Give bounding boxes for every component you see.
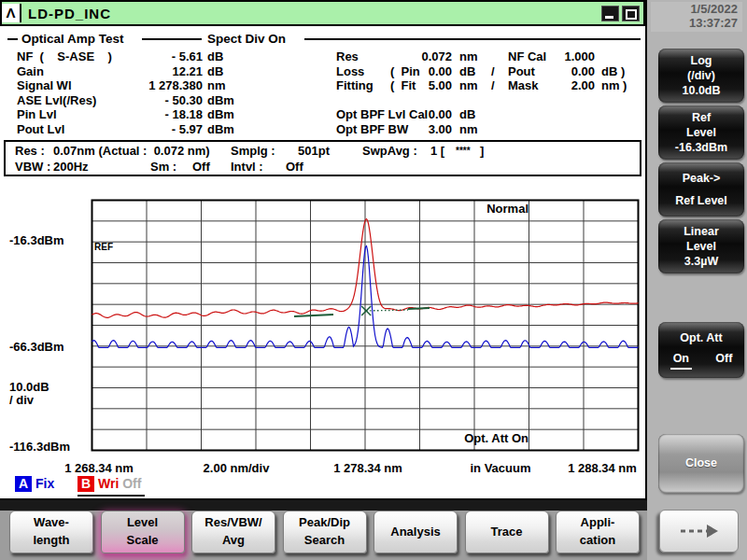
menu-button-line2: Scale bbox=[102, 532, 184, 550]
menu-button-line1: Appli- bbox=[557, 514, 639, 532]
opt-att-status-label: Opt. Att On bbox=[464, 431, 529, 445]
intvl-label: Intvl : bbox=[231, 160, 263, 174]
setting-value2: 0.00 bbox=[543, 64, 595, 78]
datetime-display: 1/5/2022 13:37:27 bbox=[651, 2, 742, 32]
param-value: - 50.30 bbox=[120, 93, 203, 107]
menu-button-line2: Search bbox=[284, 532, 366, 550]
maximize-icon bbox=[626, 9, 637, 20]
menu-button-appli[interactable]: Appli-cation bbox=[556, 511, 640, 553]
param-label: Gain bbox=[17, 64, 44, 78]
param-label: Signal Wl bbox=[17, 78, 72, 92]
swpavg-label: SwpAvg : bbox=[362, 144, 417, 158]
smplg-value: 501pt bbox=[298, 144, 330, 158]
param-unit: dBm bbox=[207, 107, 234, 121]
param-row: Signal Wl1 278.380nm bbox=[17, 78, 278, 92]
softkey-line: Level bbox=[658, 239, 744, 254]
menu-button-level[interactable]: LevelScale bbox=[101, 511, 185, 553]
trace-b-key: B bbox=[78, 476, 94, 492]
y-scale-unit: / div bbox=[9, 393, 34, 407]
time-text: 13:37:27 bbox=[651, 16, 738, 30]
softkey-line: -16.3dBm bbox=[658, 140, 744, 155]
trace-b-status: BWri Off bbox=[78, 476, 145, 497]
trace-b-mode: Wri bbox=[98, 476, 119, 491]
trace-b-extra: Off bbox=[122, 476, 141, 491]
test-mode-label: Optical Amp Test bbox=[21, 32, 124, 46]
maximize-button[interactable] bbox=[622, 6, 640, 21]
softkey-linear-level[interactable]: Linear Level 3.3µW bbox=[658, 219, 744, 273]
softkey-ref-level[interactable]: Ref Level -16.3dBm bbox=[658, 105, 744, 160]
spect-div-label: Spect Div On bbox=[207, 32, 286, 46]
menu-button-peakdip[interactable]: Peak/DipSearch bbox=[283, 511, 367, 553]
menu-button-line2: Avg bbox=[192, 532, 275, 550]
softkey-close[interactable]: Close bbox=[658, 434, 744, 493]
intvl-value: Off bbox=[286, 160, 303, 174]
menu-button-line2: length bbox=[10, 532, 92, 550]
setting-row: Fitting( Fit5.00nm/Mask2.00nm ) bbox=[336, 78, 644, 92]
softkey-line: Linear bbox=[658, 224, 744, 239]
menu-button-wave[interactable]: Wave-length bbox=[9, 511, 93, 553]
minimize-icon bbox=[605, 16, 613, 19]
softkey-line: Level bbox=[658, 125, 744, 140]
setting-value: 0.00 bbox=[396, 64, 452, 78]
param-label: NF ( S-ASE ) bbox=[17, 49, 112, 63]
param-value: - 5.61 bbox=[120, 49, 203, 63]
y-scale-label: 10.0dB bbox=[9, 380, 49, 394]
trace-a-key: A bbox=[15, 476, 32, 492]
setting-unit: nm bbox=[459, 78, 478, 92]
setting-row: Loss( Pin0.00dB/Pout0.00dB ) bbox=[336, 64, 644, 78]
smplg-label: Smplg : bbox=[231, 144, 275, 158]
param-unit: dBm bbox=[207, 122, 234, 136]
menu-button-line1: Level bbox=[102, 514, 184, 532]
date-text: 1/5/2022 bbox=[651, 2, 738, 16]
setting-value2: 1.000 bbox=[543, 49, 595, 63]
opt-att-off[interactable]: Off bbox=[715, 351, 732, 370]
display-screen: Λ LD-PD_INC Optical Amp Test Spect Div O… bbox=[0, 0, 647, 500]
setting-value2: 2.00 bbox=[543, 78, 595, 92]
y-mid-label: -66.3dBm bbox=[9, 340, 64, 354]
swpavg-stars: **** bbox=[456, 146, 471, 156]
header-rule bbox=[304, 38, 641, 40]
menu-button-resvbw[interactable]: Res/VBW/Avg bbox=[191, 511, 275, 553]
setting-label2: Pout bbox=[508, 64, 535, 78]
softkey-opt-att[interactable]: Opt. Att On Off bbox=[658, 322, 744, 378]
minimize-button[interactable] bbox=[601, 6, 619, 21]
trace-a-mode: Fix bbox=[35, 476, 54, 491]
param-value: - 18.18 bbox=[120, 107, 203, 121]
param-row: Pout Lvl- 5.97dBm bbox=[17, 122, 278, 136]
dashed-arrow-icon bbox=[679, 523, 720, 539]
menu-button-trace[interactable]: Trace bbox=[465, 511, 549, 553]
softkey-line: Ref bbox=[658, 110, 744, 125]
softkey-line: (/div) bbox=[658, 68, 744, 83]
x-start-label: 1 268.34 nm bbox=[64, 461, 134, 475]
menu-button-line1: Analysis bbox=[374, 524, 457, 541]
setting-separator: / bbox=[491, 78, 495, 92]
setting-row: Opt BPF BW3.00nm bbox=[336, 122, 644, 136]
setting-row: Res0.072nmNF Cal1.000 bbox=[336, 49, 644, 63]
setting-separator: / bbox=[491, 64, 495, 78]
header-rule bbox=[7, 38, 18, 40]
softkey-line: 3.3µW bbox=[658, 254, 744, 269]
setting-label: Fitting bbox=[336, 78, 374, 92]
menu-button-line1: Peak/Dip bbox=[284, 514, 366, 532]
menu-bar-shadow bbox=[0, 500, 647, 511]
sweep-mode-label: Normal bbox=[486, 202, 529, 216]
opt-att-on[interactable]: On bbox=[670, 351, 692, 370]
title-bar: Λ LD-PD_INC bbox=[0, 0, 645, 26]
setting-value: 5.00 bbox=[396, 78, 452, 92]
setting-unit: dB bbox=[459, 64, 475, 78]
param-unit: dB bbox=[207, 64, 223, 78]
setting-label2: NF Cal bbox=[508, 49, 546, 63]
setting-value: 3.00 bbox=[396, 122, 452, 136]
param-label: Pout Lvl bbox=[17, 122, 64, 136]
softkey-peak-to-ref[interactable]: Peak-> Ref Level bbox=[658, 162, 744, 217]
setting-unit: nm bbox=[459, 122, 478, 136]
next-menu-arrow-button[interactable] bbox=[659, 510, 739, 553]
param-value: 12.21 bbox=[120, 64, 203, 78]
setting-unit: nm bbox=[459, 49, 478, 63]
vbw-value: 200Hz bbox=[53, 160, 89, 174]
softkey-log-div[interactable]: Log (/div) 10.0dB bbox=[658, 49, 744, 103]
menu-button-analysis[interactable]: Analysis bbox=[374, 511, 458, 553]
softkey-line: Ref Level bbox=[658, 193, 744, 208]
sweep-info-box: Res : 0.07nm (Actual : 0.072 nm) Smplg :… bbox=[4, 140, 641, 176]
y-bottom-label: -116.3dBm bbox=[9, 440, 70, 454]
